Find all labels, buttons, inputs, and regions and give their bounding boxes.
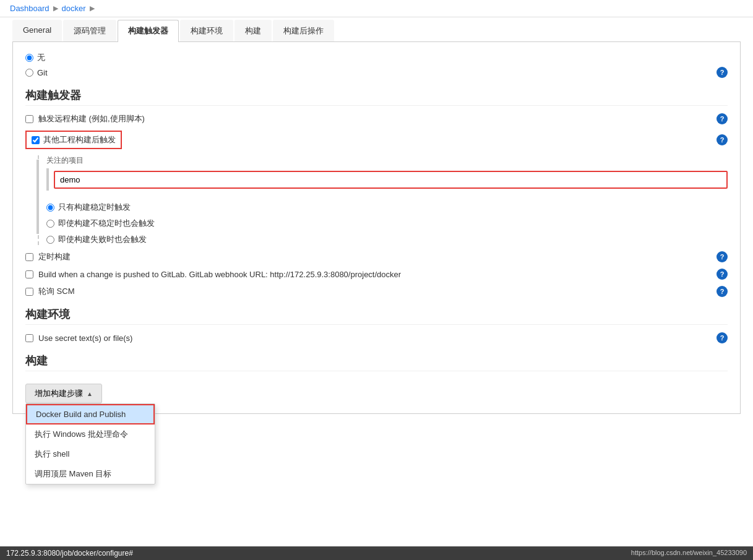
add-step-wrapper: 增加构建步骤 ▲ Docker Build and Publish 执行 Win… [25, 384, 102, 403]
option-secret-row: Use secret text(s) or file(s) ? [25, 332, 728, 343]
dropdown-item-windows[interactable]: 执行 Windows 批处理命令 [26, 424, 155, 444]
cb-scm-label[interactable]: 轮询 SCM [38, 286, 75, 297]
tab-build[interactable]: 构建 [235, 20, 272, 41]
cb-remote-label[interactable]: 触发远程构建 (例如,使用脚本) [38, 113, 145, 124]
sub-radio-group: 只有构建稳定时触发 即使构建不稳定时也会触发 即使构建失败时也会触发 [46, 197, 728, 245]
sub-input-row [46, 168, 728, 191]
bottom-url: 172.25.9.3:8080/job/docker/configure# [6, 549, 133, 549]
radio-git-row: Git ? [25, 67, 728, 78]
sub-radio-unstable[interactable] [46, 220, 54, 228]
breadcrumb-bar: Dashboard ▶ docker ▶ [0, 0, 753, 17]
tab-bar: General 源码管理 构建触发器 构建环境 构建 构建后操作 [12, 17, 741, 42]
build-section: 增加构建步骤 ▲ Docker Build and Publish 执行 Win… [25, 384, 728, 403]
sub-radio-failed-row: 即使构建失败时也会触发 [46, 234, 728, 245]
main-content: General 源码管理 构建触发器 构建环境 构建 构建后操作 无 Git ?… [0, 17, 753, 549]
help-icon-git[interactable]: ? [716, 67, 728, 78]
project-input[interactable] [54, 171, 728, 189]
option-periodic-row: 定时构建 ? [25, 251, 728, 262]
radio-git[interactable] [25, 69, 33, 77]
sub-label-projects: 关注的项目 [46, 155, 728, 166]
breadcrumb-arrow-2: ▶ [90, 4, 95, 12]
cb-scm[interactable] [25, 288, 33, 296]
breadcrumb-dashboard[interactable]: Dashboard [10, 4, 49, 13]
breadcrumb-arrow-1: ▶ [53, 4, 58, 12]
dropdown-item-maven[interactable]: 调用顶层 Maven 目标 [26, 464, 155, 484]
help-icon-after-other[interactable]: ? [716, 134, 728, 145]
trigger-section-heading: 构建触发器 [25, 88, 728, 106]
sub-input-indicator [46, 168, 49, 191]
help-icon-secret[interactable]: ? [716, 332, 728, 343]
breadcrumb-docker[interactable]: docker [62, 4, 86, 13]
sub-radio-stable[interactable] [46, 204, 54, 212]
tab-general[interactable]: General [12, 20, 62, 41]
option-after-other-row: 其他工程构建后触发 ? [25, 131, 728, 149]
cb-secret[interactable] [25, 334, 33, 342]
build-heading: 构建 [25, 353, 728, 371]
cb-remote[interactable] [25, 115, 33, 123]
cb-gitlab-label[interactable]: Build when a change is pushed to GitLab.… [38, 270, 401, 279]
sub-section-projects: 关注的项目 只有构建稳定时触发 即使构建不稳定时也会触发 [38, 155, 728, 245]
tab-triggers[interactable]: 构建触发器 [118, 20, 179, 42]
radio-none[interactable] [25, 54, 33, 62]
help-icon-scm[interactable]: ? [716, 286, 728, 297]
radio-none-row: 无 [25, 52, 728, 63]
watermark: https://blog.csdn.net/weixin_45233090 [631, 549, 747, 549]
help-icon-periodic[interactable]: ? [716, 251, 728, 262]
cb-periodic[interactable] [25, 253, 33, 261]
panel-content: 无 Git ? 构建触发器 触发远程构建 (例如,使用脚本) ? [12, 42, 741, 414]
add-step-arrow: ▲ [87, 390, 93, 397]
option-remote-row: 触发远程构建 (例如,使用脚本) ? [25, 113, 728, 124]
cb-after-other[interactable] [32, 136, 40, 144]
sub-radio-stable-row: 只有构建稳定时触发 [46, 202, 728, 213]
add-step-label: 增加构建步骤 [35, 388, 83, 399]
dropdown-item-docker[interactable]: Docker Build and Publish [26, 404, 155, 424]
add-step-dropdown: Docker Build and Publish 执行 Windows 批处理命… [25, 403, 155, 485]
help-icon-remote[interactable]: ? [716, 113, 728, 124]
dropdown-item-shell[interactable]: 执行 shell [26, 444, 155, 464]
build-env-heading: 构建环境 [25, 307, 728, 325]
tab-post-build[interactable]: 构建后操作 [273, 20, 334, 41]
bottom-bar: 172.25.9.3:8080/job/docker/configure# ht… [0, 546, 753, 549]
sub-radio-failed-label[interactable]: 即使构建失败时也会触发 [58, 234, 147, 245]
sub-radio-failed[interactable] [46, 236, 54, 244]
radio-git-label[interactable]: Git [37, 68, 48, 77]
sub-radio-unstable-row: 即使构建不稳定时也会触发 [46, 218, 728, 229]
add-step-button[interactable]: 增加构建步骤 ▲ [25, 384, 102, 403]
tab-build-env[interactable]: 构建环境 [180, 20, 233, 41]
cb-gitlab[interactable] [25, 270, 33, 278]
option-gitlab-row: Build when a change is pushed to GitLab.… [25, 269, 728, 280]
cb-after-other-label[interactable]: 其他工程构建后触发 [43, 134, 116, 145]
sub-radio-bar [37, 160, 39, 234]
radio-none-label[interactable]: 无 [37, 52, 45, 63]
sub-radio-stable-label[interactable]: 只有构建稳定时触发 [58, 202, 131, 213]
cb-secret-label[interactable]: Use secret text(s) or file(s) [38, 334, 132, 343]
cb-periodic-label[interactable]: 定时构建 [38, 251, 71, 262]
help-icon-gitlab[interactable]: ? [716, 269, 728, 280]
tab-source[interactable]: 源码管理 [63, 20, 116, 41]
cb-after-other-highlighted: 其他工程构建后触发 [25, 131, 122, 149]
option-scm-row: 轮询 SCM ? [25, 286, 728, 297]
top-radio-group: 无 Git ? [25, 52, 728, 78]
sub-radio-unstable-label[interactable]: 即使构建不稳定时也会触发 [58, 218, 155, 229]
